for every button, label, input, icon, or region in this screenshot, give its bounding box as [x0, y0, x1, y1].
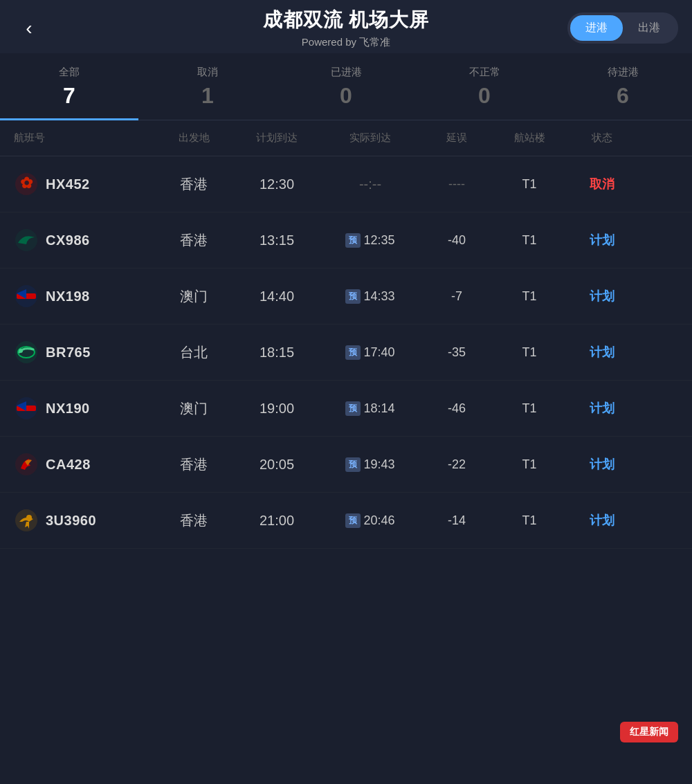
- svg-point-7: [19, 349, 23, 353]
- origin: 澳门: [152, 399, 235, 418]
- col-flight-number: 航班号: [14, 131, 152, 145]
- actual-time-cell: 预 17:40: [318, 345, 422, 360]
- status-badge: 计划: [567, 344, 637, 361]
- airline-logo: [14, 284, 39, 309]
- col-origin: 出发地: [152, 131, 235, 145]
- tab-departures[interactable]: 出港: [623, 15, 675, 41]
- tab-arrivals[interactable]: 进港: [570, 15, 623, 41]
- actual-time-value: 18:14: [363, 401, 394, 416]
- table-row[interactable]: CA428 香港 20:05 预 19:43 -22 T1 计划: [0, 437, 692, 493]
- table-row[interactable]: CX986 香港 13:15 预 12:35 -40 T1 计划: [0, 212, 692, 268]
- actual-time-value: 12:35: [363, 233, 394, 248]
- actual-time-cell: 预 20:46: [318, 513, 422, 528]
- table-row[interactable]: ✿ HX452 香港 12:30 --:-- ---- T1 取消: [0, 156, 692, 212]
- delay-cell: -14: [422, 513, 491, 528]
- summary-cancelled[interactable]: 取消 1: [138, 66, 277, 120]
- flight-list: ✿ HX452 香港 12:30 --:-- ---- T1 取消 CX986 …: [0, 156, 692, 549]
- terminal: T1: [491, 457, 567, 472]
- table-row[interactable]: 3U3960 香港 21:00 预 20:46 -14 T1 计划: [0, 493, 692, 549]
- summary-all-label: 全部: [0, 66, 138, 79]
- flight-number: NX198: [46, 289, 90, 304]
- planned-time: 14:40: [235, 289, 318, 304]
- delay-cell: -7: [422, 289, 491, 304]
- actual-time-cell: --:--: [318, 176, 422, 192]
- flight-id: NX198: [14, 284, 152, 309]
- flight-number: CX986: [46, 233, 90, 248]
- summary-pending[interactable]: 待进港 6: [554, 66, 692, 120]
- col-planned: 计划到达: [235, 131, 318, 145]
- flight-id: ✿ HX452: [14, 172, 152, 197]
- table-row[interactable]: BR765 台北 18:15 预 17:40 -35 T1 计划: [0, 325, 692, 381]
- origin: 澳门: [152, 287, 235, 306]
- svg-point-12: [26, 515, 32, 520]
- actual-time-value: 19:43: [363, 457, 394, 472]
- airline-logo: ✿: [14, 172, 39, 197]
- actual-time-value: 14:33: [363, 289, 394, 304]
- summary-pending-label: 待进港: [554, 66, 692, 79]
- terminal: T1: [491, 289, 567, 304]
- actual-time-value: 17:40: [363, 345, 394, 360]
- origin: 香港: [152, 455, 235, 474]
- actual-time-cell: 预 19:43: [318, 457, 422, 472]
- pre-badge: 预: [345, 233, 361, 248]
- col-actual: 实际到达: [318, 131, 422, 145]
- delay-cell: -46: [422, 401, 491, 416]
- status-badge: 取消: [567, 176, 637, 192]
- terminal: T1: [491, 177, 567, 192]
- actual-time-value: 20:46: [363, 513, 394, 528]
- summary-all-value: 7: [0, 83, 138, 109]
- back-icon: ‹: [26, 17, 32, 39]
- summary-row: 全部 7 取消 1 已进港 0 不正常 0 待进港 6: [0, 53, 692, 120]
- flight-id: CX986: [14, 228, 152, 253]
- terminal: T1: [491, 401, 567, 416]
- airline-logo: [14, 452, 39, 477]
- flight-number: NX190: [46, 401, 90, 417]
- flight-id: 3U3960: [14, 508, 152, 533]
- status-badge: 计划: [567, 232, 637, 248]
- back-button[interactable]: ‹: [14, 13, 44, 44]
- actual-time-cell: 预 14:33: [318, 289, 422, 304]
- pre-badge: 预: [345, 457, 361, 472]
- flight-id: NX190: [14, 396, 152, 421]
- planned-time: 12:30: [235, 176, 318, 192]
- flight-id: CA428: [14, 452, 152, 477]
- summary-arrived[interactable]: 已进港 0: [277, 66, 415, 120]
- summary-arrived-value: 0: [277, 83, 415, 109]
- summary-pending-value: 6: [554, 83, 692, 109]
- col-delay: 延误: [422, 131, 491, 145]
- delay-cell: -40: [422, 233, 491, 248]
- flight-id: BR765: [14, 340, 152, 365]
- flight-number: 3U3960: [46, 513, 96, 529]
- table-row[interactable]: NX190 澳门 19:00 预 18:14 -46 T1 计划: [0, 381, 692, 437]
- header: ‹ 成都双流 机场大屏 Powered by 飞常准 进港 出港: [0, 0, 692, 53]
- summary-cancelled-label: 取消: [138, 66, 277, 79]
- svg-text:✿: ✿: [20, 174, 33, 192]
- terminal: T1: [491, 513, 567, 528]
- delay-cell: -35: [422, 345, 491, 360]
- origin: 香港: [152, 175, 235, 194]
- summary-all[interactable]: 全部 7: [0, 66, 138, 120]
- terminal: T1: [491, 233, 567, 248]
- summary-irregular[interactable]: 不正常 0: [415, 66, 554, 120]
- col-status: 状态: [567, 131, 637, 145]
- planned-time: 18:15: [235, 345, 318, 361]
- tab-group: 进港 出港: [567, 12, 678, 44]
- pre-badge: 预: [345, 513, 361, 528]
- delay-cell: ----: [422, 177, 491, 192]
- status-badge: 计划: [567, 512, 637, 529]
- planned-time: 19:00: [235, 401, 318, 417]
- pre-badge: 预: [345, 289, 361, 304]
- origin: 台北: [152, 343, 235, 362]
- summary-arrived-label: 已进港: [277, 66, 415, 79]
- origin: 香港: [152, 511, 235, 530]
- table-row[interactable]: NX198 澳门 14:40 预 14:33 -7 T1 计划: [0, 268, 692, 325]
- airline-logo: [14, 228, 39, 253]
- status-badge: 计划: [567, 456, 637, 473]
- actual-time-cell: 预 12:35: [318, 233, 422, 248]
- summary-irregular-label: 不正常: [415, 66, 554, 79]
- flight-number: BR765: [46, 345, 91, 361]
- watermark: 红星新闻: [620, 722, 678, 742]
- flight-number: HX452: [46, 176, 90, 192]
- planned-time: 21:00: [235, 513, 318, 529]
- status-badge: 计划: [567, 400, 637, 417]
